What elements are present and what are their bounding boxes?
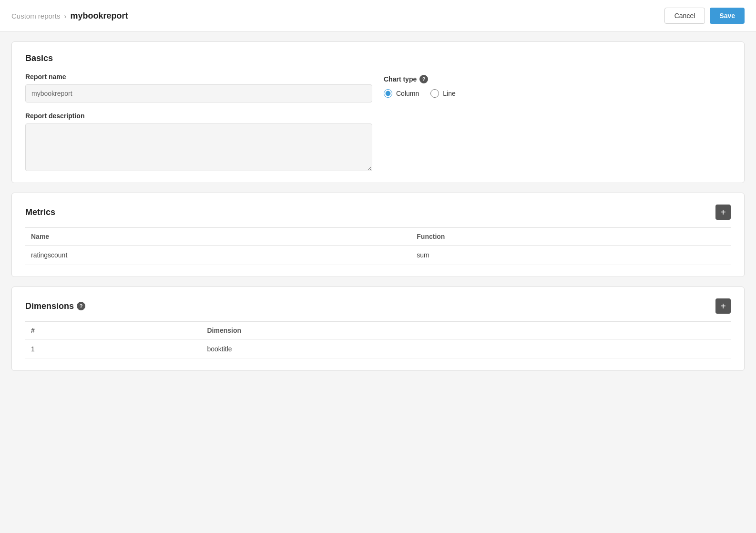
basics-card: Basics Report name Report description Ch… (11, 41, 745, 183)
report-description-group: Report description (25, 112, 372, 171)
basics-right: Chart type ? Column Line (384, 73, 731, 171)
chart-type-label: Chart type (384, 75, 417, 83)
dimensions-section-header: Dimensions ? + (25, 298, 731, 314)
metrics-card: Metrics + Name Function ratingscount sum (11, 193, 745, 277)
main-content: Basics Report name Report description Ch… (0, 32, 756, 380)
report-description-textarea[interactable] (25, 123, 372, 171)
top-bar: Custom reports › mybookreport Cancel Sav… (0, 0, 756, 32)
dimensions-add-button[interactable]: + (715, 298, 731, 314)
dimensions-table-head: # Dimension (25, 322, 731, 339)
save-button[interactable]: Save (710, 8, 745, 24)
breadcrumb: Custom reports › mybookreport (11, 11, 128, 21)
radio-line-input[interactable] (430, 89, 439, 98)
chart-type-help-icon[interactable]: ? (419, 75, 428, 83)
radio-column-input[interactable] (384, 89, 392, 98)
basics-left: Report name Report description (25, 73, 372, 171)
report-name-group: Report name (25, 73, 372, 102)
chart-type-header: Chart type ? (384, 75, 731, 83)
metrics-col-function: Function (411, 228, 731, 246)
dimensions-help-icon[interactable]: ? (77, 302, 85, 310)
chart-type-section: Chart type ? Column Line (384, 73, 731, 98)
breadcrumb-separator: › (64, 12, 67, 20)
radio-column-label: Column (396, 90, 419, 97)
metrics-header-row: Name Function (25, 228, 731, 246)
metrics-col-name: Name (25, 228, 411, 246)
metrics-table-head: Name Function (25, 228, 731, 246)
radio-line-label: Line (443, 90, 455, 97)
table-row: 1 booktitle (25, 339, 731, 359)
top-actions: Cancel Save (664, 8, 745, 24)
report-name-input[interactable] (25, 84, 372, 102)
radio-column[interactable]: Column (384, 89, 419, 98)
cancel-button[interactable]: Cancel (664, 8, 705, 24)
dimensions-row-number: 1 (25, 339, 201, 359)
metrics-add-button[interactable]: + (715, 205, 731, 220)
dimensions-title: Dimensions ? (25, 301, 85, 311)
chart-type-radio-group: Column Line (384, 89, 731, 98)
report-name-label: Report name (25, 73, 372, 81)
dimensions-card: Dimensions ? + # Dimension 1 booktitle (11, 287, 745, 371)
basics-grid: Report name Report description Chart typ… (25, 73, 731, 171)
breadcrumb-current: mybookreport (71, 11, 128, 21)
dimensions-table-body: 1 booktitle (25, 339, 731, 359)
metrics-table: Name Function ratingscount sum (25, 227, 731, 265)
metrics-title: Metrics (25, 207, 55, 217)
dimensions-col-number: # (25, 322, 201, 339)
dimensions-col-dimension: Dimension (201, 322, 731, 339)
dimensions-header-row: # Dimension (25, 322, 731, 339)
radio-line[interactable]: Line (430, 89, 455, 98)
metrics-table-body: ratingscount sum (25, 246, 731, 265)
report-description-label: Report description (25, 112, 372, 120)
metrics-section-header: Metrics + (25, 205, 731, 220)
table-row: ratingscount sum (25, 246, 731, 265)
metrics-row-name: ratingscount (25, 246, 411, 265)
metrics-row-function: sum (411, 246, 731, 265)
basics-title: Basics (25, 53, 731, 63)
dimensions-table: # Dimension 1 booktitle (25, 321, 731, 359)
breadcrumb-parent[interactable]: Custom reports (11, 12, 61, 20)
dimensions-row-dimension: booktitle (201, 339, 731, 359)
